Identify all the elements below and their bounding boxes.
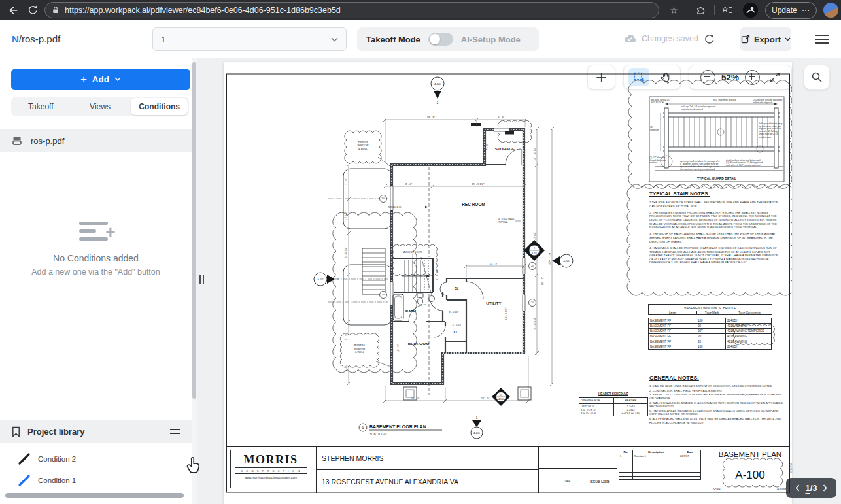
svg-text:TYPICAL GUARD DETAIL: TYPICAL GUARD DETAIL: [697, 176, 736, 180]
svg-text:A-200: A-200: [434, 83, 441, 86]
favorite-star-icon[interactable]: ☆: [666, 3, 681, 18]
svg-text:1: 1: [337, 278, 339, 281]
export-icon: [741, 35, 750, 44]
sheet-title: BASEMENT PLAN: [710, 447, 790, 463]
project-library-header[interactable]: Project library: [0, 420, 192, 443]
svg-text:7' - 8": 7' - 8": [344, 178, 347, 185]
svg-text:16' - 5": 16' - 5": [481, 397, 490, 400]
workspace-avatar[interactable]: [743, 3, 758, 18]
svg-text:8' - 0 1/2": 8' - 0 1/2": [449, 311, 459, 314]
svg-text:100: 100: [381, 294, 385, 296]
svg-text:6' - 0 1/2": 6' - 0 1/2": [344, 246, 347, 258]
plan-caption: 1 BASEMENT FLOOR PLAN 3/16" = 1'-0": [359, 424, 442, 436]
file-list-item[interactable]: ros-p.pdf: [0, 129, 192, 152]
profile-avatar[interactable]: [823, 3, 838, 18]
panel-resize-handle[interactable]: [199, 275, 206, 287]
page-select-value: 1: [161, 35, 165, 44]
add-button[interactable]: + Add: [11, 69, 190, 90]
prev-page-icon[interactable]: [795, 484, 800, 492]
stair-notes: TYPICAL STAIR NOTES: 1.THE RISE AND RUN …: [649, 191, 779, 268]
browser-more-icon[interactable]: ⋯: [802, 6, 810, 15]
svg-text:16' - 3": 16' - 3": [541, 277, 544, 285]
svg-text:TYPICAL: TYPICAL: [498, 221, 508, 224]
svg-text:19' - 5 1/2": 19' - 5 1/2": [472, 182, 485, 186]
room-label-utility: UTILITY: [486, 301, 502, 305]
guard-note: rail cap: 2x6, 5/4 board or approved man…: [681, 105, 729, 110]
pdf-canvas[interactable]: 100 100 20 20 A-200 2 1 A-200 A-201: [197, 58, 841, 504]
sidebar-tabs: Takeoff Views Conditions: [11, 97, 189, 116]
refresh-document-button[interactable]: [700, 30, 718, 48]
tab-conditions[interactable]: Conditions: [131, 98, 188, 115]
favorites-bar-icon[interactable]: [719, 3, 734, 18]
horizontal-scrollbar[interactable]: [5, 493, 184, 498]
svg-text:STEEL D.H.: STEEL D.H.: [388, 206, 402, 209]
title-block-spacer: [702, 447, 710, 493]
svg-text:EGRESS: EGRESS: [354, 344, 365, 346]
sidebar-scrollbar-thumb[interactable]: [192, 62, 196, 399]
svg-text:13' - 0": 13' - 0": [411, 397, 420, 400]
app-header: N/ros-p.pdf 1 Takeoff Mode AI-Setup Mode…: [0, 20, 841, 58]
room-label-bedroom: BEDROOM: [408, 341, 429, 346]
next-page-icon[interactable]: [823, 484, 827, 492]
browser-refresh-icon[interactable]: [25, 3, 40, 18]
tab-views[interactable]: Views: [72, 98, 129, 115]
browser-back-icon[interactable]: [5, 3, 20, 18]
add-button-label: Add: [92, 75, 109, 84]
mode-toggle-group: Takeoff Mode AI-Setup Mode: [357, 27, 539, 51]
condition-label: Condition 1: [38, 477, 76, 484]
empty-state-subtitle: Add a new one via the "Add" button: [0, 267, 192, 277]
page-indicator[interactable]: 1/3: [805, 483, 817, 493]
svg-text:A-300: A-300: [532, 252, 537, 255]
svg-text:47' - 7 1/2": 47' - 7 1/2": [548, 252, 551, 265]
browser-toolbar: https://app.workpack.ai/pdfviewer/ec84be…: [0, 0, 841, 20]
export-button[interactable]: Export: [740, 27, 791, 51]
chevron-down-icon: [785, 37, 791, 41]
library-condition-1[interactable]: Condition 1: [0, 472, 192, 489]
cursor-hand: [185, 456, 202, 478]
pdf-page: 100 100 20 20 A-200 2 1 A-200 A-201: [224, 62, 792, 504]
svg-text:3/16" = 1'-0": 3/16" = 1'-0": [369, 432, 387, 436]
page-select-dropdown[interactable]: 1: [152, 27, 347, 51]
current-page[interactable]: 1: [805, 483, 810, 493]
guard-note: openings shall not allow the passage of …: [680, 160, 721, 171]
bookmark-icon: [11, 426, 21, 437]
mode-toggle[interactable]: [428, 33, 453, 46]
tab-takeoff[interactable]: Takeoff: [12, 98, 69, 115]
bath-fixtures: [393, 294, 435, 320]
library-condition-2[interactable]: Condition 2: [0, 450, 192, 467]
svg-text:1: 1: [500, 394, 502, 397]
project-library-label: Project library: [27, 427, 84, 437]
document-icon: [12, 135, 22, 146]
empty-state: + No Conditions added Add a new one via …: [0, 222, 192, 277]
room-label-rec: REC ROOM: [462, 202, 485, 207]
owner-name: STEPHEN MORRIS: [322, 454, 384, 462]
collapse-panel-icon[interactable]: [169, 428, 180, 435]
page-navigation: 1/3: [786, 478, 836, 498]
svg-text:13' - 9": 13' - 9": [490, 262, 498, 265]
cloud-check-icon: [623, 33, 636, 43]
guard-note: 8'-0" maximum spacing: [706, 99, 744, 101]
update-label: Update: [772, 6, 797, 15]
svg-text:8' - 0": 8' - 0": [405, 182, 413, 186]
takeoff-mode-label: Takeoff Mode: [366, 35, 420, 44]
general-notes-title: GENERAL NOTES:: [649, 375, 785, 381]
ai-setup-mode-label: AI-Setup Mode: [461, 35, 521, 44]
main-menu-button[interactable]: [815, 35, 829, 44]
guard-note: 36" minimum: [650, 126, 661, 131]
svg-text:7' - 4 1/2": 7' - 4 1/2": [435, 269, 438, 280]
extensions-icon[interactable]: [693, 3, 708, 18]
window-wells: [343, 169, 392, 325]
sheet-info-cell: BASEMENT PLAN A-100 Scale As ind: [710, 447, 790, 493]
svg-text:2: 2: [437, 101, 439, 105]
url-text: https://app.workpack.ai/pdfviewer/ec84be…: [65, 6, 341, 15]
guard-note: attach pickets at top and bottom with (1…: [726, 159, 764, 167]
search-button[interactable]: [804, 65, 830, 90]
empty-state-title: No Conditions added: [0, 253, 192, 263]
logo-subtext: C O N S T R U C T I O N: [231, 469, 311, 473]
stairs: [362, 248, 432, 295]
svg-text:EGRESS: EGRESS: [358, 141, 368, 143]
line-swatch-icon: [18, 452, 31, 465]
browser-update-button[interactable]: Update ⋯: [765, 2, 817, 19]
address-bar[interactable]: https://app.workpack.ai/pdfviewer/ec84be…: [44, 2, 659, 18]
header-schedule: HEADER SCHEDULE OPENING SIZE HEADER UP T…: [579, 392, 648, 416]
